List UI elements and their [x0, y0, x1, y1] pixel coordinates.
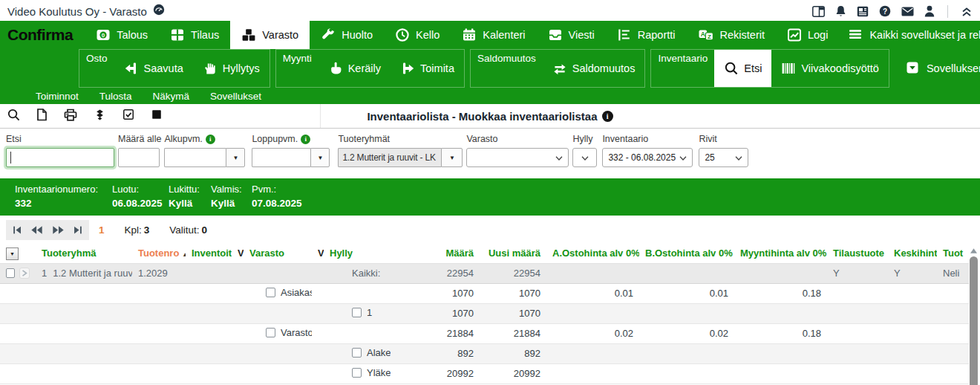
scroll-up-arrow[interactable]	[969, 245, 979, 256]
tab-kello[interactable]: Kello	[384, 21, 451, 49]
user-icon[interactable]	[924, 5, 935, 17]
row-checkbox[interactable]	[266, 328, 275, 337]
col-header-tilaustuote[interactable]: Tilaustuote	[827, 244, 888, 263]
print-icon[interactable]	[64, 109, 77, 124]
mail-icon[interactable]	[901, 7, 914, 16]
cell-maara: 20992	[391, 363, 480, 384]
table-row-4[interactable]: Alakerta892892	[0, 343, 970, 363]
main-navigation: Confirma 0TalousTilausVarastoHuoltoKello…	[0, 21, 980, 49]
menu-tulosta[interactable]: Tulosta	[99, 91, 132, 102]
inventaario-select[interactable]: 332 - 06.08.2025	[602, 148, 693, 167]
sub-navigation: OstoSaavutaHyllytysMyyntiKeräilyToimitaS…	[0, 49, 980, 88]
row-checkbox[interactable]	[352, 308, 362, 317]
etsi-input[interactable]	[6, 148, 114, 167]
gauge-icon[interactable]	[153, 4, 165, 19]
tuoteryhmat-dropdown-button[interactable]: ▼	[441, 148, 463, 167]
col-header-b_ostohinta[interactable]: B.Ostohinta alv 0%	[639, 244, 734, 263]
col-header-inventoitu[interactable]: Inventoitu	[186, 244, 232, 263]
expand-row-icon[interactable]	[19, 268, 30, 279]
new-document-icon[interactable]	[36, 109, 48, 124]
subnav-item-hyllytys[interactable]: Hyllytys	[193, 50, 270, 87]
subnav-item-saldomuutos[interactable]: Saldomuutos	[543, 50, 645, 87]
col-header-keskihinta[interactable]: Keskihinta	[888, 244, 937, 263]
table-row-0[interactable]: 11.2 Mutterit ja ruuvit1.2029Kaikki:2295…	[0, 263, 970, 283]
tab-logi[interactable]: Logi	[776, 21, 839, 49]
menu-toiminnot[interactable]: Toiminnot	[36, 91, 79, 102]
col-header-uusi_maara[interactable]: Uusi määrä	[480, 244, 546, 263]
info-icon[interactable]: i	[206, 135, 215, 144]
merge-diamonds-icon[interactable]	[94, 109, 106, 124]
rivit-select[interactable]: 25	[699, 148, 748, 167]
col-header-a_ostohinta[interactable]: A.Ostohinta alv 0%	[546, 244, 639, 263]
table-row-3[interactable]: Varasto21884218840.020.020.18	[0, 323, 970, 343]
col-header-maara[interactable]: Määrä	[391, 244, 480, 263]
row-checkbox[interactable]	[266, 288, 275, 297]
col-header-sel[interactable]: ▼	[0, 244, 36, 263]
row-checkbox[interactable]	[6, 268, 15, 278]
tab-viesti[interactable]: Viesti	[537, 21, 606, 49]
all-apps-button[interactable]: Kaikki sovellukset ja rekisterit	[839, 21, 980, 49]
next-page-button[interactable]	[52, 225, 65, 235]
stop-square-icon[interactable]	[151, 109, 163, 123]
current-page[interactable]: 1	[99, 224, 105, 236]
subnav-item-saavuta[interactable]: Saavuta	[114, 50, 193, 87]
tab-huolto[interactable]: Huolto	[310, 21, 384, 49]
subnav-item-toimita[interactable]: Toimita	[391, 50, 464, 87]
col-header-varasto[interactable]: Varasto	[244, 244, 312, 263]
cell-a_ostohinta: 0.02	[546, 323, 639, 343]
app-extra-actions-button[interactable]: Sovelluksen lisätoiminnot	[895, 49, 980, 88]
row-checkbox[interactable]	[352, 368, 362, 378]
subnav-item-keraily[interactable]: Keräily	[318, 50, 391, 87]
tab-talous[interactable]: 0Talous	[85, 21, 159, 49]
hylly-select[interactable]	[572, 148, 597, 167]
alkupvm-dropdown-button[interactable]: ▼	[226, 148, 245, 167]
col-header-tuotenro[interactable]: Tuotenro▲	[132, 244, 186, 263]
col-header-myyntihinta[interactable]: Myyntihinta alv 0%	[734, 244, 827, 263]
subnav-item-etsi[interactable]: Etsi	[714, 50, 771, 87]
col-header-tuot[interactable]: Tuot	[937, 244, 970, 263]
checkbox-icon[interactable]	[122, 109, 134, 123]
collapse-chevrons-icon[interactable]	[961, 6, 973, 17]
tab-rekisterit[interactable]: AZRekisterit	[687, 21, 776, 49]
loppupvm-input[interactable]	[252, 148, 310, 167]
prev-page-button[interactable]	[30, 225, 43, 235]
menu-sovellukset[interactable]: Sovellukset	[210, 91, 261, 102]
cell-inventoitu	[186, 303, 232, 323]
menu-n-kym-[interactable]: Näkymä	[153, 91, 190, 102]
bell-icon[interactable]	[835, 5, 846, 18]
col-header-tuoteryhma[interactable]: Tuoteryhmä	[36, 244, 132, 263]
col-header-v2[interactable]: V	[312, 244, 324, 263]
col-header-hylly[interactable]: Hylly	[324, 244, 391, 263]
cell-uusi_maara: 21884	[480, 323, 546, 343]
maara_alle-input[interactable]	[118, 148, 160, 167]
search-icon[interactable]	[7, 109, 20, 124]
confirma-logo[interactable]: Confirma	[0, 21, 85, 49]
varasto-select[interactable]	[466, 148, 569, 167]
cell-v2	[312, 303, 324, 323]
subnav-item-label: Etsi	[744, 62, 762, 74]
tab-tilaus[interactable]: Tilaus	[159, 21, 230, 49]
table-row-1[interactable]: Asiakastoimitus107010700.010.010.18	[0, 283, 970, 303]
table-row-2[interactable]: 110701070	[0, 303, 970, 323]
window-icon[interactable]	[812, 6, 825, 17]
help-icon[interactable]: ?	[879, 5, 891, 17]
tab-kalenteri[interactable]: Kalenteri	[451, 21, 536, 49]
subnav-item-viivakoodisyotto[interactable]: Viivakoodisyöttö	[771, 50, 889, 87]
tab-varasto[interactable]: Varasto	[230, 21, 310, 49]
first-page-button[interactable]	[13, 225, 22, 235]
alkupvm-input[interactable]	[164, 148, 226, 167]
subnav-group-items: SaavutaHyllytys	[114, 50, 270, 87]
table-row-5[interactable]: Yläkerta2099220992	[0, 363, 970, 384]
col-header-v1[interactable]: V	[232, 244, 244, 263]
scrollbar-thumb[interactable]	[970, 256, 978, 385]
checkbox-cell: Yläkerta	[352, 367, 391, 378]
row-checkbox[interactable]	[352, 348, 362, 358]
last-page-button[interactable]	[73, 225, 82, 235]
tuoteryhmat-input[interactable]: 1.2 Mutterit ja ruuvit - LK	[338, 148, 441, 167]
tab-raportti[interactable]: Raportti	[606, 21, 687, 49]
news-icon[interactable]	[857, 6, 869, 17]
select-all-dropdown-button[interactable]: ▼	[6, 248, 19, 260]
vertical-scrollbar[interactable]	[969, 245, 979, 385]
loppupvm-dropdown-button[interactable]: ▼	[310, 148, 330, 167]
info-icon[interactable]: i	[301, 135, 310, 144]
